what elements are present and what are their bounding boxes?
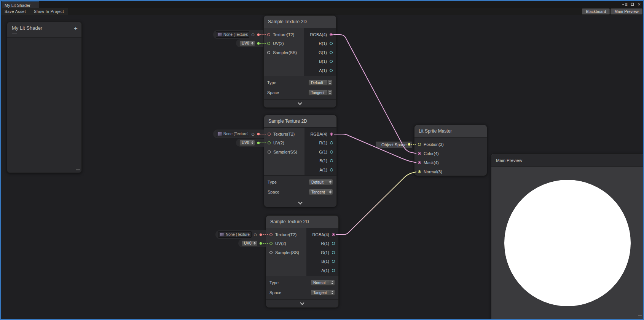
a-port-icon[interactable] — [330, 168, 333, 171]
space-dropdown[interactable]: Tangent — [311, 290, 335, 296]
object-picker-icon[interactable]: ⊙ — [251, 132, 255, 136]
main-preview-panel[interactable]: Main Preview — [491, 154, 644, 319]
port-r[interactable]: R(1) — [306, 239, 338, 248]
a-port-icon[interactable] — [332, 269, 335, 272]
port-uv[interactable]: UV(2) — [264, 139, 304, 148]
sampler-port-icon[interactable] — [269, 251, 273, 254]
port-g[interactable]: G(1) — [304, 147, 336, 157]
rgba-port-icon[interactable] — [332, 233, 335, 236]
port-b[interactable]: B(1) — [304, 57, 336, 66]
port-rgba[interactable]: RGBA(4) — [304, 130, 336, 139]
port-uv[interactable]: UV(2) — [266, 239, 306, 248]
position-port-icon[interactable] — [418, 143, 421, 146]
node-sample-texture-2d-2[interactable]: Sample Texture 2D Texture(T2) UV(2) Samp… — [264, 115, 337, 207]
main-preview-toggle-button[interactable]: Main Preview — [611, 8, 642, 14]
show-in-project-button[interactable]: Show In Project — [30, 8, 68, 15]
b-port-icon[interactable] — [332, 260, 335, 263]
port-a[interactable]: A(1) — [306, 266, 338, 275]
b-port-icon[interactable] — [330, 60, 333, 63]
port-color[interactable]: Color(4) — [414, 149, 487, 158]
port-r[interactable]: R(1) — [304, 139, 336, 148]
type-dropdown[interactable]: Default — [308, 80, 333, 86]
window-menu-icon[interactable]: ≡ — [622, 3, 627, 6]
collapse-button[interactable] — [266, 299, 338, 307]
port-sampler[interactable]: Sampler(SS) — [264, 147, 304, 157]
tab-my-lit-shader[interactable]: My Lit Shader — [2, 2, 39, 8]
node-header[interactable]: Sample Texture 2D — [264, 16, 336, 28]
type-dropdown[interactable]: Normal — [311, 280, 335, 286]
sampler-port-icon[interactable] — [267, 51, 270, 54]
close-icon[interactable]: × — [638, 2, 641, 7]
port-sampler[interactable]: Sampler(SS) — [264, 48, 304, 57]
port-b[interactable]: B(1) — [306, 257, 338, 266]
port-a[interactable]: A(1) — [304, 165, 336, 174]
port-position[interactable]: Position(3) — [414, 140, 487, 149]
blackboard-resize-grip-icon[interactable] — [76, 169, 80, 171]
edge-rgba1-to-color[interactable] — [333, 35, 416, 154]
port-uv[interactable]: UV(2) — [264, 39, 304, 48]
maximize-icon[interactable] — [631, 3, 634, 6]
edge-rgba3-to-normal[interactable] — [336, 172, 416, 235]
rgba-port-icon[interactable] — [330, 33, 333, 36]
texture-object-field[interactable]: None (Texture2D) — [216, 131, 249, 137]
uv-channel-dropdown[interactable]: UV0 — [239, 40, 255, 46]
uv-port-icon[interactable] — [268, 141, 271, 144]
uv-channel-dropdown[interactable]: UV0 — [239, 140, 255, 146]
save-asset-button[interactable]: Save Asset — [1, 8, 30, 15]
port-sampler[interactable]: Sampler(SS) — [266, 248, 306, 257]
uv-channel-dropdown[interactable]: UV0 — [242, 240, 257, 246]
port-g[interactable]: G(1) — [304, 48, 336, 57]
graph-canvas[interactable]: My Lit Shader + Sample Texture 2D Textur… — [1, 15, 643, 319]
port-texture[interactable]: Texture(T2) — [264, 30, 304, 39]
port-mask[interactable]: Mask(4) — [414, 158, 487, 167]
node-header[interactable]: Lit Sprite Master — [414, 125, 487, 138]
port-rgba[interactable]: RGBA(4) — [304, 30, 336, 39]
texture-port-icon[interactable] — [269, 233, 273, 236]
blackboard-toggle-button[interactable]: Blackboard — [582, 8, 610, 14]
r-port-icon[interactable] — [332, 242, 335, 245]
texture-port-icon[interactable] — [267, 33, 270, 36]
collapse-button[interactable] — [264, 199, 336, 207]
texture-object-field[interactable]: None (Texture2D) — [216, 31, 249, 38]
port-g[interactable]: G(1) — [306, 248, 338, 257]
a-port-icon[interactable] — [330, 69, 333, 72]
object-picker-icon[interactable]: ⊙ — [251, 33, 255, 37]
port-b[interactable]: B(1) — [304, 157, 336, 166]
g-port-icon[interactable] — [332, 251, 335, 254]
type-dropdown[interactable]: Default — [309, 179, 333, 185]
node-header[interactable]: Sample Texture 2D — [266, 216, 338, 228]
r-port-icon[interactable] — [330, 141, 333, 144]
preview-resize-grip-icon[interactable] — [638, 315, 642, 317]
node-header[interactable]: Sample Texture 2D — [264, 115, 336, 128]
mask-port-icon[interactable] — [418, 161, 421, 164]
uv-port-icon[interactable] — [269, 242, 273, 245]
port-normal[interactable]: Normal(3) — [414, 167, 487, 176]
node-sample-texture-2d-1[interactable]: Sample Texture 2D Texture(T2) UV(2) Samp… — [263, 15, 336, 108]
add-property-button[interactable]: + — [74, 25, 78, 32]
texture-port-icon[interactable] — [268, 133, 271, 136]
g-port-icon[interactable] — [330, 51, 333, 54]
r-port-icon[interactable] — [330, 42, 333, 45]
edge-rgba2-to-mask[interactable] — [334, 134, 416, 163]
blackboard-panel[interactable]: My Lit Shader + — [7, 22, 82, 173]
node-lit-sprite-master[interactable]: Lit Sprite Master Position(3) Color(4) M… — [414, 125, 487, 176]
sampler-port-icon[interactable] — [268, 150, 271, 154]
rgba-port-icon[interactable] — [330, 133, 333, 136]
space-dropdown[interactable]: Tangent — [309, 189, 333, 195]
port-a[interactable]: A(1) — [304, 66, 336, 75]
b-port-icon[interactable] — [330, 159, 333, 162]
space-dropdown[interactable]: Tangent — [308, 90, 333, 96]
uv-port-icon[interactable] — [267, 42, 270, 45]
port-texture[interactable]: Texture(T2) — [264, 130, 304, 139]
texture-object-field[interactable]: None (Texture2D) — [218, 231, 252, 238]
g-port-icon[interactable] — [330, 150, 333, 154]
object-picker-icon[interactable]: ⊙ — [253, 233, 257, 237]
normal-port-icon[interactable] — [418, 170, 421, 173]
port-r[interactable]: R(1) — [304, 39, 336, 48]
port-texture[interactable]: Texture(T2) — [266, 230, 306, 239]
position-space-widget[interactable]: Object Space — [376, 141, 412, 148]
port-rgba[interactable]: RGBA(4) — [306, 230, 338, 239]
collapse-button[interactable] — [264, 99, 336, 107]
node-sample-texture-2d-3[interactable]: Sample Texture 2D Texture(T2) UV(2) Samp… — [266, 215, 339, 308]
color-port-icon[interactable] — [418, 152, 421, 155]
